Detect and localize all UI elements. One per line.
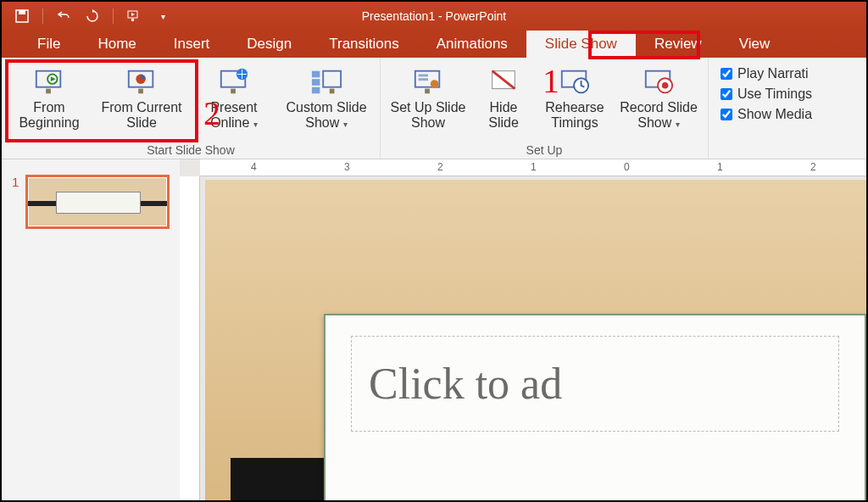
tab-view[interactable]: View [721,31,789,58]
hide-slide-button[interactable]: Hide Slide [474,63,533,135]
start-from-beginning-button[interactable] [122,6,146,26]
custom-slide-show-label: Custom Slide Show ▾ [281,100,371,131]
svg-rect-13 [312,71,320,78]
vertical-ruler [180,176,200,500]
horizontal-ruler: 4 3 2 1 0 1 2 [200,159,866,176]
redo-button[interactable] [81,6,104,26]
svg-rect-15 [312,87,320,94]
hide-slide-label: Hide Slide [476,100,531,131]
show-media-label: Show Media [737,107,812,122]
slide-background: Click to ad [205,180,866,500]
use-timings-checkbox[interactable]: Use Timings [721,86,812,102]
ribbon-group-label: Start Slide Show [147,143,235,159]
tab-slide-show[interactable]: Slide Show [526,31,636,58]
svg-rect-1 [19,10,25,14]
ribbon: From Beginning From Current Slide Presen… [2,58,866,159]
ribbon-group-label: Set Up [526,143,563,159]
checkbox-icon[interactable] [721,68,732,80]
hide-slide-icon [487,66,520,98]
present-online-button[interactable]: Present Online ▾ [193,63,275,135]
from-beginning-button[interactable]: From Beginning [8,63,90,135]
svg-rect-14 [312,79,320,86]
svg-rect-3 [131,19,134,21]
svg-rect-22 [425,89,430,94]
tab-transitions[interactable]: Transitions [310,31,418,58]
qat-separator [42,8,43,24]
window-title: Presentation1 - PowerPoint [362,9,506,23]
svg-rect-16 [323,71,341,87]
svg-rect-17 [330,89,335,94]
show-media-checkbox[interactable]: Show Media [721,107,812,122]
tab-home[interactable]: Home [79,31,154,58]
slide-content-card[interactable]: Click to ad [324,314,866,500]
play-narrations-checkbox[interactable]: Play Narrati [721,66,812,81]
present-online-label: Present Online ▾ [195,100,273,131]
custom-slide-show-icon [310,66,342,98]
tab-insert[interactable]: Insert [155,31,229,58]
rehearse-timings-button[interactable]: Rehearse Timings [538,63,611,135]
checkbox-icon[interactable] [721,109,732,120]
from-current-slide-icon [125,66,158,98]
custom-slide-show-button[interactable]: Custom Slide Show ▾ [280,63,373,135]
svg-rect-20 [419,78,428,81]
from-beginning-icon [33,66,65,98]
save-button[interactable] [10,6,34,26]
set-up-slide-show-label: Set Up Slide Show [389,100,467,131]
set-up-slide-show-icon [412,66,444,98]
title-bar: ▾ Presentation1 - PowerPoint [2,2,866,31]
use-timings-label: Use Timings [737,86,812,102]
record-slide-show-button[interactable]: Record Slide Show ▾ [616,63,701,135]
qat-separator [113,8,114,24]
record-slide-show-icon [643,66,675,98]
svg-point-29 [662,82,669,89]
slide-thumbnail-1[interactable] [25,175,170,229]
svg-point-21 [431,80,438,88]
svg-rect-12 [231,89,236,94]
ribbon-group-start-slide-show: From Beginning From Current Slide Presen… [2,58,381,159]
tab-file[interactable]: File [19,31,79,58]
rehearse-timings-icon [559,66,591,98]
play-narrations-label: Play Narrati [737,66,809,81]
title-placeholder-text: Click to ad [369,359,821,409]
undo-button[interactable] [52,6,75,26]
tab-review[interactable]: Review [636,31,721,58]
from-current-slide-button[interactable]: From Current Slide [95,63,188,135]
present-online-icon [218,66,250,98]
quick-access-toolbar: ▾ [2,6,175,26]
from-current-slide-label: From Current Slide [97,100,186,131]
record-slide-show-label: Record Slide Show ▾ [618,100,699,131]
svg-rect-9 [138,89,143,94]
rehearse-timings-label: Rehearse Timings [540,100,609,131]
ribbon-tabs: File Home Insert Design Transitions Anim… [2,31,866,58]
slide-thumbnail-pane[interactable]: 1 [2,159,180,500]
ribbon-group-options: Play Narrati Use Timings Show Media [709,58,824,159]
ribbon-group-set-up: Set Up Slide Show Hide Slide Rehearse Ti… [381,58,709,159]
svg-rect-19 [419,75,428,77]
thumbnail-number: 1 [12,175,19,485]
workspace: 1 4 3 2 1 0 1 2 Click to ad [2,159,866,500]
tab-animations[interactable]: Animations [418,31,526,58]
svg-rect-6 [46,89,51,94]
from-beginning-label: From Beginning [10,100,88,131]
qat-customize-button[interactable]: ▾ [151,6,175,26]
title-placeholder[interactable]: Click to ad [351,336,839,432]
tab-design[interactable]: Design [228,31,310,58]
slide-canvas-area: 4 3 2 1 0 1 2 Click to ad [180,159,866,500]
set-up-slide-show-button[interactable]: Set Up Slide Show [387,63,469,135]
checkbox-icon[interactable] [721,88,732,100]
